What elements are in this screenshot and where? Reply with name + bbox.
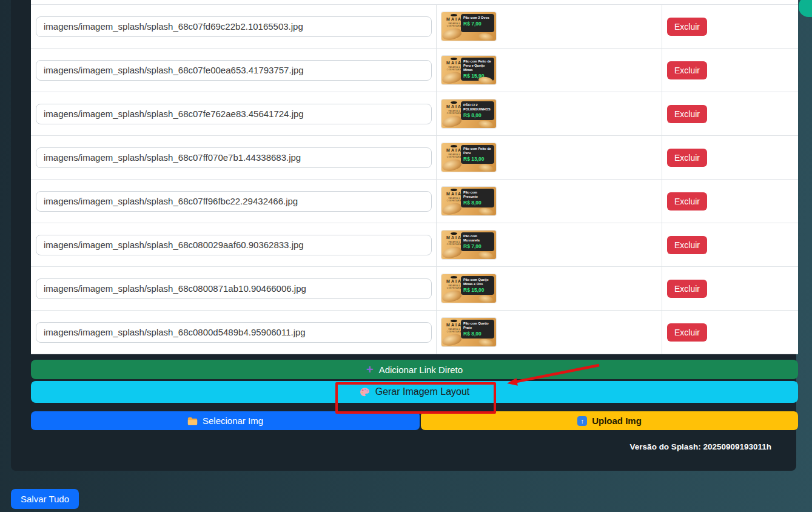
- thumb-product-name: Pão com Peito de Peru e Queijo Minas: [463, 59, 492, 72]
- add-direct-link-label: Adicionar Link Direto: [379, 365, 463, 375]
- delete-button[interactable]: Excluir: [667, 105, 707, 123]
- upload-arrow-icon: ↑: [577, 416, 587, 426]
- image-path-input[interactable]: [36, 16, 432, 37]
- brand-hat-icon: [451, 101, 457, 104]
- path-cell: [31, 311, 437, 354]
- delete-cell: Excluir: [662, 223, 798, 266]
- brand-hat-icon: [451, 145, 457, 147]
- brand-hat-icon: [451, 189, 457, 191]
- delete-button[interactable]: Excluir: [667, 61, 707, 79]
- thumb-offer-panel: Pão com Mussarela R$ 7,00: [461, 232, 494, 251]
- image-path-input[interactable]: [36, 322, 432, 343]
- generate-layout-image-button[interactable]: Gerar Imagem Layout: [31, 381, 798, 403]
- table-row: MAIA PADARIA & CONFEITARIA Pão com Peito…: [31, 136, 798, 180]
- bread-image: [441, 27, 463, 41]
- bread-image: [441, 245, 463, 259]
- image-path-input[interactable]: [36, 60, 432, 81]
- splash-thumbnail: MAIA PADARIA & CONFEITARIA Pão com Presu…: [441, 187, 496, 215]
- thumbnail-cell: MAIA PADARIA & CONFEITARIA Pão com Peito…: [437, 136, 662, 179]
- bread-image-small: [478, 251, 493, 259]
- upload-img-button[interactable]: ↑ Upload Img: [421, 411, 798, 430]
- image-path-input[interactable]: [36, 235, 432, 255]
- image-path-input[interactable]: [36, 104, 432, 124]
- plus-icon: +: [366, 363, 374, 376]
- path-cell: [31, 136, 437, 179]
- bread-image-small: [478, 294, 493, 303]
- splash-thumbnail: MAIA PADARIA & CONFEITARIA Pão com Queij…: [441, 318, 496, 346]
- table-row: MAIA PADARIA & CONFEITARIA PÃO C/ 2 POLE…: [31, 92, 798, 136]
- table-row: MAIA PADARIA & CONFEITARIA Pão com Queij…: [31, 311, 798, 354]
- save-all-label: Salvar Tudo: [21, 494, 69, 504]
- table-row: MAIA PADARIA & CONFEITARIA Pão com 2 Ovo…: [31, 5, 798, 49]
- bread-image-small: [478, 32, 493, 41]
- thumb-price: R$ 8,00: [463, 112, 492, 118]
- thumb-product-name: Pão com 2 Ovos: [463, 16, 492, 20]
- brand-hat-icon: [451, 320, 457, 322]
- thumb-offer-panel: Pão com 2 Ovos R$ 7,00: [461, 14, 494, 32]
- table-row-partial: [31, 0, 798, 5]
- splash-thumbnail: MAIA PADARIA & CONFEITARIA Pão com 2 Ovo…: [441, 12, 496, 41]
- splash-thumbnail: MAIA PADARIA & CONFEITARIA Pão com Mussa…: [441, 231, 496, 259]
- image-path-input[interactable]: [36, 147, 432, 168]
- thumb-offer-panel: Pão com Queijo Prato R$ 8,00: [461, 320, 494, 339]
- bread-image-small: [478, 163, 493, 172]
- thumbnail-cell: MAIA PADARIA & CONFEITARIA Pão com Mussa…: [437, 223, 662, 266]
- thumb-price: R$ 7,00: [463, 243, 492, 249]
- delete-button[interactable]: Excluir: [667, 280, 707, 298]
- folder-icon: [187, 417, 198, 425]
- brand-hat-icon: [451, 58, 457, 60]
- image-path-input[interactable]: [36, 191, 432, 212]
- thumb-price: R$ 15,00: [463, 287, 492, 293]
- path-cell: [31, 267, 437, 310]
- delete-button[interactable]: Excluir: [667, 323, 707, 342]
- add-direct-link-button[interactable]: + Adicionar Link Direto: [31, 360, 798, 379]
- delete-cell: Excluir: [662, 5, 798, 48]
- splash-thumbnail: MAIA PADARIA & CONFEITARIA Pão com Queij…: [441, 274, 496, 303]
- thumb-price: R$ 8,00: [463, 331, 492, 337]
- path-cell: [31, 223, 437, 266]
- thumbnail-cell: MAIA PADARIA & CONFEITARIA Pão com Queij…: [437, 267, 662, 310]
- splash-thumbnail: MAIA PADARIA & CONFEITARIA Pão com Peito…: [441, 143, 496, 172]
- path-cell: [31, 92, 437, 135]
- splash-version-label: Versão do Splash: 20250909193011h: [630, 442, 771, 451]
- delete-button[interactable]: Excluir: [667, 192, 707, 211]
- delete-button[interactable]: Excluir: [667, 236, 707, 254]
- toast-fragment: [799, 0, 812, 17]
- thumbnail-cell: MAIA PADARIA & CONFEITARIA Pão com Queij…: [437, 311, 662, 354]
- table-row: MAIA PADARIA & CONFEITARIA Pão com Mussa…: [31, 223, 798, 267]
- thumb-product-name: Pão com Presunto: [463, 190, 492, 199]
- thumb-product-name: Pão com Queijo Prato: [463, 322, 492, 330]
- thumb-offer-panel: Pão com Presunto R$ 8,00: [461, 189, 494, 207]
- palette-icon: [360, 387, 370, 397]
- thumb-price: R$ 8,00: [463, 200, 492, 206]
- brand-hat-icon: [451, 276, 457, 278]
- select-img-button[interactable]: Selecionar Img: [31, 411, 420, 430]
- path-cell: [31, 180, 437, 223]
- bread-image-small: [478, 120, 493, 128]
- brand-hat-icon: [451, 232, 457, 235]
- thumb-product-name: Pão com Peito de Peru: [463, 147, 492, 155]
- bread-image: [441, 289, 463, 303]
- thumbnail-cell: MAIA PADARIA & CONFEITARIA Pão com 2 Ovo…: [437, 5, 662, 48]
- thumb-offer-panel: PÃO C/ 2 POLENGUINHOS R$ 8,00: [461, 101, 494, 120]
- save-all-button[interactable]: Salvar Tudo: [11, 489, 79, 509]
- bread-image: [441, 332, 463, 346]
- thumb-offer-panel: Pão com Queijo Minas e Ovo R$ 15,00: [461, 276, 494, 295]
- splash-table-body: MAIA PADARIA & CONFEITARIA Pão com 2 Ovo…: [31, 5, 798, 354]
- splash-admin-page: { "colors": { "add_link_button": "#19875…: [0, 0, 812, 512]
- bread-image: [441, 70, 463, 84]
- thumb-price: R$ 13,00: [463, 156, 492, 162]
- table-row: MAIA PADARIA & CONFEITARIA Pão com Queij…: [31, 267, 798, 311]
- table-row: MAIA PADARIA & CONFEITARIA Pão com Peito…: [31, 49, 798, 92]
- splash-table: MAIA PADARIA & CONFEITARIA Pão com 2 Ovo…: [31, 0, 798, 354]
- delete-cell: Excluir: [662, 180, 798, 223]
- bread-image-small: [478, 338, 493, 346]
- delete-button[interactable]: Excluir: [667, 18, 707, 36]
- path-cell: [31, 49, 437, 92]
- image-path-input[interactable]: [36, 278, 432, 299]
- splash-manager-card: MAIA PADARIA & CONFEITARIA Pão com 2 Ovo…: [11, 0, 796, 471]
- thumb-product-name: Pão com Queijo Minas e Ovo: [463, 278, 492, 286]
- delete-button[interactable]: Excluir: [667, 149, 707, 167]
- delete-cell: Excluir: [662, 49, 798, 92]
- thumb-product-name: Pão com Mussarela: [463, 234, 492, 243]
